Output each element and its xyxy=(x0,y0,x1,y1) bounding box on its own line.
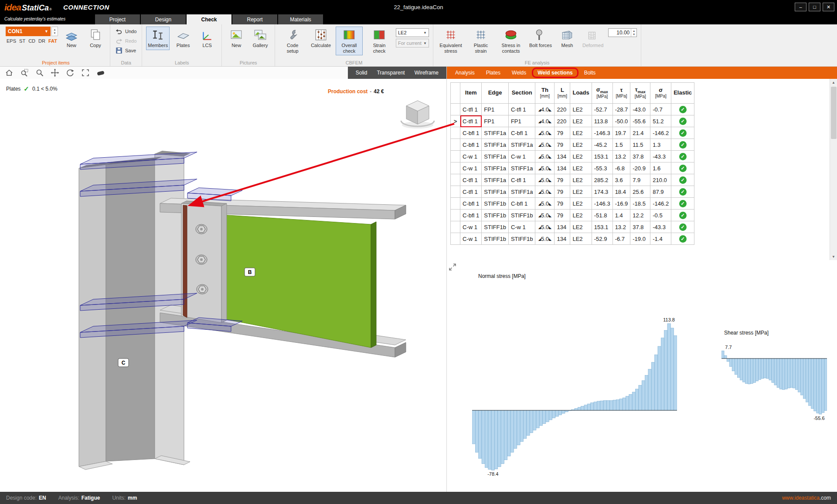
col-section: Section xyxy=(508,83,535,104)
scroll-up-icon[interactable]: ▲ xyxy=(830,79,837,86)
table-header-row: Item Edge Section Th[mm] L[mm] Loads σma… xyxy=(451,83,694,104)
tab-welds[interactable]: Welds xyxy=(506,67,532,78)
document-title: 22_fatigue.ideaCon xyxy=(0,4,837,10)
weld-section-row[interactable]: C-w 1STIFF1aSTIFF1a◢5.0◣134LE2-55.3-6.8-… xyxy=(451,162,694,174)
plastic-strain-button[interactable]: Plastic strain xyxy=(467,27,494,55)
tab-project[interactable]: Project xyxy=(95,14,140,24)
ribbon-group-project-items: CON1 ▼ ▲ ▼ EPS ST CD DR FAT New xyxy=(2,24,110,66)
tab-design[interactable]: Design xyxy=(141,14,186,24)
tab-check[interactable]: Check xyxy=(187,14,231,24)
bolt-icon xyxy=(534,28,547,41)
view-mode-wireframe[interactable]: Wireframe xyxy=(415,70,439,76)
lcs-labels-button[interactable]: LCS xyxy=(197,27,218,50)
col-item: Item xyxy=(460,83,482,104)
maximize-button[interactable]: □ xyxy=(809,3,820,11)
spinner-down-icon[interactable]: ▼ xyxy=(54,32,56,34)
weld-section-row[interactable]: C-bfl 1STIFF1aC-bfl 1◢5.0◣79LE2-146.319.… xyxy=(451,127,694,139)
mode-fat-button[interactable]: FAT xyxy=(48,38,57,44)
members-labels-button[interactable]: Members xyxy=(146,27,170,50)
tab-report[interactable]: Report xyxy=(232,14,277,24)
weld-section-row[interactable]: >C-tfl 1FP1FP1◢4.0◣220LE2113.8-50.0-55.6… xyxy=(451,115,694,127)
pan-button[interactable] xyxy=(48,68,61,78)
tab-materials[interactable]: Materials xyxy=(278,14,323,24)
tab-plates[interactable]: Plates xyxy=(480,67,506,78)
new-picture-button[interactable]: New xyxy=(226,27,247,50)
rotate-button[interactable] xyxy=(64,68,77,78)
copy-project-item-button[interactable]: Copy xyxy=(85,27,106,50)
viewport-pane: Solid Transparent Wireframe xyxy=(0,67,446,492)
project-item-selector[interactable]: CON1 ▼ xyxy=(6,27,51,36)
project-item-spinner[interactable]: ▲ ▼ xyxy=(51,27,58,36)
tab-analysis[interactable]: Analysis xyxy=(449,67,480,78)
navigation-cube[interactable] xyxy=(401,101,434,129)
svg-text:-55.6: -55.6 xyxy=(813,416,824,421)
weld-section-row[interactable]: C-bfl 1STIFF1bC-bfl 1◢5.0◣79LE2-146.3-16… xyxy=(451,198,694,210)
weld-section-row[interactable]: C-tfl 1STIFF1aC-tfl 1◢5.0◣79LE2285.23.67… xyxy=(451,174,694,186)
undo-button[interactable]: Undo xyxy=(114,27,138,35)
mode-dr-button[interactable]: DR xyxy=(38,38,45,44)
expand-charts-icon[interactable] xyxy=(448,263,457,271)
equivalent-stress-button[interactable]: Equivalent stress xyxy=(437,27,464,55)
cell-item: C-tfl 1 xyxy=(460,104,482,115)
redo-button[interactable]: Redo xyxy=(114,37,138,45)
stress-in-contacts-icon xyxy=(504,28,517,41)
code-setup-button[interactable]: Code setup xyxy=(279,27,306,55)
zoom-button[interactable] xyxy=(33,68,46,78)
pass-icon: ✓ xyxy=(679,118,687,125)
tab-weld-sections[interactable]: Weld sections xyxy=(532,68,578,78)
mode-eps-button[interactable]: EPS xyxy=(7,38,16,44)
mesh-button[interactable]: Mesh xyxy=(557,27,578,50)
bolt-forces-button[interactable]: Bolt forces xyxy=(527,27,554,50)
tab-bolts[interactable]: Bolts xyxy=(578,67,602,78)
close-button[interactable]: ✕ xyxy=(823,3,834,11)
view-mode-solid[interactable]: Solid xyxy=(356,70,367,76)
group-label-data: Data xyxy=(110,60,142,65)
weld-section-row[interactable]: C-w 1STIFF1bSTIFF1b◢5.0◣134LE2-52.9-6.7-… xyxy=(451,233,694,245)
units-status: Units: mm xyxy=(112,495,137,501)
group-label-labels: Labels xyxy=(142,60,221,65)
stress-in-contacts-button[interactable]: Stress in contacts xyxy=(497,27,524,55)
zoom-window-button[interactable] xyxy=(18,68,31,78)
view-mode-transparent[interactable]: Transparent xyxy=(377,70,405,76)
mode-st-button[interactable]: ST xyxy=(19,38,25,44)
spinner-up-icon[interactable]: ▲ xyxy=(54,28,56,31)
strain-check-button[interactable]: Strain check xyxy=(366,27,393,55)
col-elastic: Elastic xyxy=(671,83,694,104)
plates-labels-button[interactable]: Plates xyxy=(173,27,194,50)
scroll-down-icon[interactable]: ▼ xyxy=(830,253,837,260)
load-case-select[interactable]: LE2 ▼ xyxy=(396,28,429,37)
weld-section-row[interactable]: C-tfl 1FP1C-tfl 1◢4.0◣220LE2-52.7-28.7-4… xyxy=(451,104,694,115)
weld-section-row[interactable]: C-w 1STIFF1aC-w 1◢5.0◣134LE2153.113.237.… xyxy=(451,151,694,162)
mesh-icon xyxy=(561,28,574,41)
plates-check-status: Plates ✓ 0.1 < 5.0% xyxy=(6,85,58,93)
mode-cd-button[interactable]: CD xyxy=(28,38,35,44)
spinner-down-icon[interactable]: ▼ xyxy=(633,33,635,36)
zoom-all-button[interactable] xyxy=(79,68,92,78)
weld-section-row[interactable]: C-bfl 1STIFF1bSTIFF1b◢5.0◣79LE2-51.81.41… xyxy=(451,210,694,221)
loads-filter-select[interactable]: For current ▼ xyxy=(396,39,429,47)
website-link[interactable]: www.ideastatica.com xyxy=(782,495,831,501)
new-project-item-button[interactable]: New xyxy=(61,27,82,50)
spinner-up-icon[interactable]: ▲ xyxy=(633,30,635,32)
scrollbar-thumb[interactable] xyxy=(831,87,837,139)
overall-check-button[interactable]: Overall check xyxy=(336,27,363,55)
copy-icon xyxy=(89,28,102,41)
deformed-scale-stepper[interactable]: 10.00 ▲ ▼ xyxy=(608,28,637,37)
table-scrollbar[interactable]: ▲ ▼ xyxy=(830,79,837,260)
minimize-button[interactable]: – xyxy=(795,3,806,11)
deformed-button[interactable]: Deformed xyxy=(581,27,605,50)
gallery-button[interactable]: Gallery xyxy=(250,27,271,50)
calculate-button[interactable]: Calculate xyxy=(309,27,333,50)
results-tab-bar: Analysis Plates Welds Weld sections Bolt… xyxy=(447,67,837,79)
viewport-toolbar: Solid Transparent Wireframe xyxy=(0,67,446,79)
weld-section-row[interactable]: C-bfl 1STIFF1aSTIFF1a◢5.0◣79LE2-45.21.51… xyxy=(451,139,694,151)
clipping-plane-button[interactable] xyxy=(94,68,107,78)
connection-model-3d[interactable]: B C xyxy=(0,79,446,492)
home-view-button[interactable] xyxy=(3,68,16,78)
weld-sections-table: Item Edge Section Th[mm] L[mm] Loads σma… xyxy=(450,82,694,245)
weld-section-row[interactable]: C-tfl 1STIFF1aSTIFF1a◢5.0◣79LE2174.318.4… xyxy=(451,186,694,198)
svg-text:7.7: 7.7 xyxy=(725,345,732,350)
save-button[interactable]: Save xyxy=(114,47,138,54)
viewport-canvas[interactable]: B C Plates ✓ 0.1 < 5.0% Production cost … xyxy=(0,79,446,492)
weld-section-row[interactable]: C-w 1STIFF1bC-w 1◢5.0◣134LE2153.113.237.… xyxy=(451,221,694,233)
